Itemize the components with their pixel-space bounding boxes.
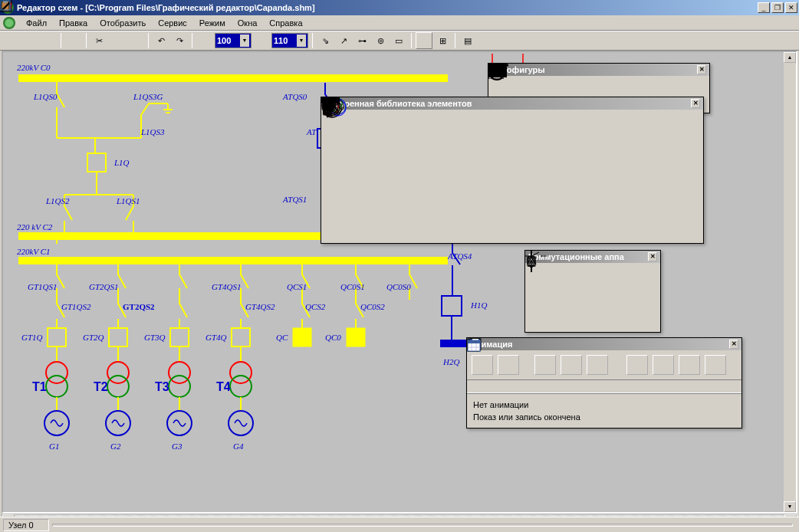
anim-pause-button[interactable] xyxy=(498,355,519,375)
lib-fan-icon[interactable] xyxy=(430,177,464,208)
lib-dot-icon[interactable] xyxy=(465,113,499,143)
redo-button[interactable]: ↷ xyxy=(171,32,188,49)
label-h2q: H2Q xyxy=(443,357,459,366)
lib-half-icon[interactable] xyxy=(395,145,429,176)
undo-button[interactable]: ↶ xyxy=(153,32,169,49)
menu-windows[interactable]: Окна xyxy=(232,17,264,29)
sw-4-icon[interactable] xyxy=(620,266,654,297)
lib-bar-icon[interactable] xyxy=(501,113,534,143)
lib-delta-icon[interactable] xyxy=(430,145,464,176)
label-l1qs3g: L1QS3G xyxy=(133,92,163,101)
lib-ground-icon[interactable] xyxy=(536,113,570,143)
anim-saveall-button[interactable] xyxy=(679,355,700,375)
lib-arrow2-icon[interactable] xyxy=(324,145,358,176)
sw-5-icon[interactable] xyxy=(528,298,562,329)
lib-cap-v-icon[interactable] xyxy=(607,113,640,143)
palette-library[interactable]: Встроенная библиотека элементов ✕ xyxy=(321,97,704,244)
tool-f[interactable] xyxy=(416,32,432,49)
lib-2c-icon[interactable] xyxy=(501,177,534,208)
lib-2circles2-icon[interactable] xyxy=(430,113,464,143)
lib-blank2[interactable] xyxy=(324,177,358,208)
maximize-button[interactable]: ❐ xyxy=(771,2,784,13)
anim-record-button[interactable] xyxy=(561,355,582,375)
lib-transformer-rgb-icon[interactable] xyxy=(360,113,393,143)
lib-blank4[interactable] xyxy=(642,177,676,208)
menu-view[interactable]: Отобразить xyxy=(94,17,152,29)
tool-a[interactable]: ⇘ xyxy=(317,32,334,49)
paste-button[interactable] xyxy=(127,32,144,49)
close-button[interactable]: ✕ xyxy=(785,2,797,13)
menu-service[interactable]: Сервис xyxy=(152,17,193,29)
anim-play-button[interactable] xyxy=(472,355,493,375)
lib-circle2-icon[interactable] xyxy=(395,177,429,208)
lib-cap-icon[interactable] xyxy=(571,177,605,208)
lib-delta2-icon[interactable] xyxy=(501,145,534,176)
anim-eject-button[interactable] xyxy=(587,355,608,375)
lib-coil-icon[interactable] xyxy=(465,177,499,208)
label-g2: G2 xyxy=(110,442,120,451)
label-t4: T4 xyxy=(216,380,231,394)
palette-switchgear[interactable]: Коммутационные аппа ✕ xyxy=(524,250,661,333)
tool-c[interactable]: ⊶ xyxy=(353,32,370,49)
palette-animation-title[interactable]: Анимация ✕ xyxy=(467,338,741,350)
lib-b-icon[interactable] xyxy=(571,145,605,176)
sw-8-icon[interactable] xyxy=(620,298,654,329)
lib-2circles-icon[interactable] xyxy=(395,113,429,143)
sw-6-icon[interactable] xyxy=(559,298,593,329)
menu-help[interactable]: Справка xyxy=(263,17,308,29)
menu-edit[interactable]: Правка xyxy=(53,17,94,29)
lib-rect-v-icon[interactable] xyxy=(642,113,676,143)
cut-button[interactable]: ✂ xyxy=(90,32,107,49)
tool-e[interactable]: ▭ xyxy=(390,32,407,49)
palette-animation[interactable]: Анимация ✕ Нет анимации Показ или запись… xyxy=(466,337,742,429)
anim-open-button[interactable] xyxy=(626,355,648,375)
tool-b[interactable]: ↗ xyxy=(335,32,352,49)
refresh-button[interactable] xyxy=(65,32,82,49)
tool-h[interactable]: ▤ xyxy=(459,32,476,49)
line2-icon[interactable] xyxy=(253,32,270,49)
scroll-down-button[interactable]: ▼ xyxy=(784,501,796,512)
sw-7-icon[interactable] xyxy=(590,298,623,329)
lib-arrow-up-icon[interactable] xyxy=(571,113,605,143)
lib-blank7[interactable] xyxy=(395,209,429,240)
label-gt2qs2: GT2QS2 xyxy=(123,302,155,311)
tool-d[interactable]: ⊚ xyxy=(372,32,389,49)
anim-stop-button[interactable] xyxy=(534,355,556,375)
sw-3-icon[interactable] xyxy=(590,266,623,297)
lib-gnd2-icon[interactable] xyxy=(607,177,640,208)
palette-autoshapes-close[interactable]: ✕ xyxy=(697,65,706,74)
new-button[interactable] xyxy=(3,32,20,49)
save-button[interactable] xyxy=(40,32,57,49)
vertical-scrollbar[interactable]: ▲ ▼ xyxy=(784,52,796,512)
tool-g[interactable]: ⊞ xyxy=(434,32,451,49)
anim-save-button[interactable] xyxy=(653,355,674,375)
open-button[interactable] xyxy=(21,32,38,49)
label-qcs2: QCS2 xyxy=(305,302,325,311)
lib-blank5[interactable] xyxy=(324,209,358,240)
copy-button[interactable] xyxy=(109,32,126,49)
palette-autoshapes-title[interactable]: Автофигуры ✕ xyxy=(488,64,709,76)
sw-2-icon[interactable] xyxy=(559,266,593,297)
lib-star-icon[interactable] xyxy=(465,145,499,176)
anim-calendar-button[interactable] xyxy=(705,355,726,375)
palette-switchgear-close[interactable]: ✕ xyxy=(648,252,657,261)
lib-blank1[interactable] xyxy=(642,145,676,176)
lib-blank6[interactable] xyxy=(360,209,393,240)
lib-phi-icon[interactable] xyxy=(607,145,640,176)
menu-mode[interactable]: Режим xyxy=(193,17,232,29)
combo1[interactable]: 100▼ xyxy=(215,33,252,48)
menu-file[interactable]: Файл xyxy=(20,17,53,29)
palette-animation-close[interactable]: ✕ xyxy=(729,340,738,349)
lib-arrows-icon[interactable] xyxy=(536,145,570,176)
lib-motor-icon[interactable] xyxy=(536,177,570,208)
scroll-up-button[interactable]: ▲ xyxy=(784,52,796,63)
label-gt1q: GT1Q xyxy=(21,333,43,342)
combo2[interactable]: 110▼ xyxy=(271,33,308,48)
palette-library-title[interactable]: Встроенная библиотека элементов ✕ xyxy=(321,97,703,110)
svg-point-24 xyxy=(107,362,129,383)
line-icon[interactable] xyxy=(196,32,213,49)
palette-library-close[interactable]: ✕ xyxy=(691,99,700,108)
lib-blank3[interactable] xyxy=(360,177,393,208)
minimize-button[interactable]: _ xyxy=(758,2,770,13)
lib-gen-icon[interactable] xyxy=(360,145,393,176)
